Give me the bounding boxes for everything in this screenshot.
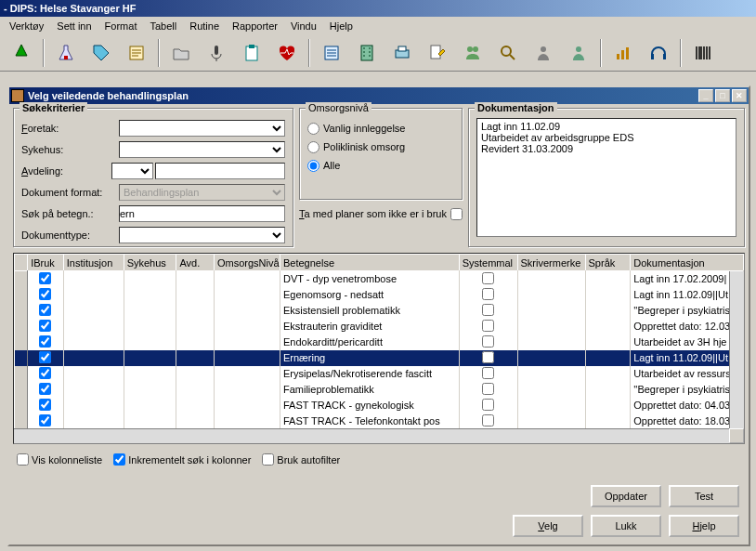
- col-betegnelse[interactable]: Betegnelse: [280, 255, 459, 271]
- ibruk-checkbox[interactable]: [39, 399, 51, 411]
- menu-vindu[interactable]: Vindu: [285, 19, 322, 33]
- headset-icon[interactable]: [643, 37, 674, 69]
- mic-icon[interactable]: [201, 37, 232, 69]
- horizontal-scrollbar[interactable]: [14, 428, 729, 443]
- heart-icon[interactable]: [271, 37, 303, 69]
- svg-rect-2: [215, 46, 218, 55]
- col-ibruk[interactable]: IBruk: [28, 255, 64, 271]
- flask-icon[interactable]: [50, 37, 82, 69]
- ibruk-checkbox[interactable]: [39, 272, 51, 284]
- systemmal-checkbox[interactable]: [482, 304, 494, 316]
- minimize-button[interactable]: _: [698, 89, 713, 102]
- menu-tabell[interactable]: Tabell: [144, 19, 182, 33]
- close-button[interactable]: ✕: [732, 89, 747, 102]
- table-row[interactable]: Eksistensiell problematikk''Begreper i p…: [15, 303, 744, 319]
- col-skrivermerke[interactable]: Skrivermerke: [517, 255, 585, 271]
- systemmal-checkbox[interactable]: [482, 320, 494, 332]
- radio-vanlig[interactable]: [307, 123, 319, 135]
- table-row[interactable]: ErnæringLagt inn 11.02.09||Ut: [15, 350, 744, 366]
- col-sykehus[interactable]: Sykehus: [124, 255, 176, 271]
- search-icon[interactable]: [492, 37, 524, 69]
- table-row[interactable]: FAST TRACK - Telefonkontakt posOpprettet…: [15, 413, 744, 429]
- systemmal-checkbox[interactable]: [482, 351, 494, 363]
- ibruk-checkbox[interactable]: [39, 320, 51, 332]
- menu-verktoy[interactable]: Verktøy: [4, 19, 49, 33]
- bell-icon[interactable]: [6, 37, 37, 69]
- col-systemmal[interactable]: Systemmal: [459, 255, 517, 271]
- ibruk-checkbox[interactable]: [39, 351, 51, 363]
- velg-button[interactable]: Velg: [513, 515, 583, 537]
- building-icon[interactable]: [351, 37, 383, 69]
- doktype-select[interactable]: [119, 227, 285, 243]
- include-checkbox[interactable]: [450, 208, 463, 220]
- people-icon[interactable]: [457, 37, 489, 69]
- cb-kolonneliste[interactable]: [17, 453, 29, 466]
- menu-hjelp[interactable]: Hjelp: [324, 19, 358, 33]
- systemmal-checkbox[interactable]: [482, 414, 494, 426]
- documentation-text[interactable]: Lagt inn 11.02.09 Utarbeidet av arbeidsg…: [476, 118, 736, 237]
- hjelp-button[interactable]: Hjelp: [669, 515, 739, 537]
- folder-icon[interactable]: [165, 37, 197, 69]
- col-dokumentasjon[interactable]: Dokumentasjon: [631, 255, 744, 271]
- col-avd[interactable]: Avd.: [176, 255, 215, 271]
- print-icon[interactable]: [386, 37, 418, 69]
- col-omsorg[interactable]: OmsorgsNivå: [214, 255, 280, 271]
- menu-format[interactable]: Format: [99, 19, 143, 33]
- col-sprak[interactable]: Språk: [585, 255, 631, 271]
- systemmal-checkbox[interactable]: [482, 335, 494, 348]
- systemmal-checkbox[interactable]: [482, 383, 494, 395]
- cell-dokumentasjon: Utarbeidet av ressurs: [631, 366, 744, 382]
- oppdater-button[interactable]: Oppdater: [591, 485, 661, 507]
- ibruk-checkbox[interactable]: [39, 304, 51, 316]
- person2-icon[interactable]: [563, 37, 594, 69]
- note-icon[interactable]: [121, 37, 152, 69]
- person1-icon[interactable]: [528, 37, 559, 69]
- table-row[interactable]: Ekstrauterin graviditetOpprettet dato: 1…: [15, 319, 744, 335]
- col-strip: [15, 255, 28, 271]
- systemmal-checkbox[interactable]: [482, 272, 494, 284]
- table-row[interactable]: Endokarditt/pericardittUtarbeidet av 3H …: [15, 335, 744, 350]
- doc-pencil-icon[interactable]: [422, 37, 453, 69]
- table-row[interactable]: FAST TRACK - gynekologiskOpprettet dato:…: [15, 398, 744, 413]
- menu-rutine[interactable]: Rutine: [184, 19, 225, 33]
- sykehus-select[interactable]: [119, 141, 285, 158]
- ibruk-checkbox[interactable]: [39, 335, 51, 348]
- ibruk-checkbox[interactable]: [39, 288, 51, 300]
- table-row[interactable]: DVT - dyp venetromboseLagt inn 17.02.200…: [15, 271, 744, 287]
- foretak-select[interactable]: [119, 120, 285, 137]
- radio-alle[interactable]: [307, 160, 319, 172]
- systemmal-checkbox[interactable]: [482, 288, 494, 300]
- chart-icon[interactable]: [607, 37, 639, 69]
- dialog-icon: [11, 89, 24, 102]
- table-row[interactable]: Erysipelas/Nekrotiserende fascittUtarbei…: [15, 366, 744, 382]
- cb-autofilter[interactable]: [262, 453, 274, 466]
- sok-input[interactable]: [119, 205, 285, 222]
- radio-vanlig-label: Vanlig innleggelse: [323, 123, 405, 134]
- avdeling-select[interactable]: [111, 163, 153, 179]
- systemmal-checkbox[interactable]: [482, 367, 494, 379]
- avdeling-input[interactable]: [155, 163, 285, 179]
- maximize-button[interactable]: □: [715, 89, 730, 102]
- ibruk-checkbox[interactable]: [39, 414, 51, 426]
- list-icon[interactable]: [316, 37, 347, 69]
- ibruk-checkbox[interactable]: [39, 367, 51, 379]
- cb-inkrementelt[interactable]: [113, 453, 125, 466]
- menu-rapporter[interactable]: Rapporter: [227, 19, 283, 33]
- clipboard-icon[interactable]: [236, 37, 267, 69]
- vertical-scrollbar[interactable]: [729, 271, 744, 428]
- systemmal-checkbox[interactable]: [482, 399, 494, 411]
- bottom-options: Vis kolonneliste Inkrementelt søk i kolo…: [13, 452, 745, 467]
- lukk-button[interactable]: Lukk: [591, 515, 661, 537]
- menu-settinn[interactable]: Sett inn: [51, 19, 97, 33]
- barcode-icon[interactable]: [687, 37, 719, 69]
- ibruk-checkbox[interactable]: [39, 383, 51, 395]
- tag-icon[interactable]: [85, 37, 117, 69]
- doktype-label: Dokumenttype:: [21, 230, 119, 241]
- radio-poli[interactable]: [307, 141, 319, 153]
- cell-betegnelse: Egenomsorg - nedsatt: [280, 287, 459, 303]
- table-row[interactable]: Egenomsorg - nedsattLagt inn 11.02.09||U…: [15, 287, 744, 303]
- results-table: IBruk Institusjon Sykehus Avd. OmsorgsNi…: [13, 253, 745, 444]
- table-row[interactable]: Familieproblematikk''Begreper i psykiatr…: [15, 382, 744, 398]
- test-button[interactable]: Test: [669, 485, 739, 507]
- col-institusjon[interactable]: Institusjon: [63, 255, 124, 271]
